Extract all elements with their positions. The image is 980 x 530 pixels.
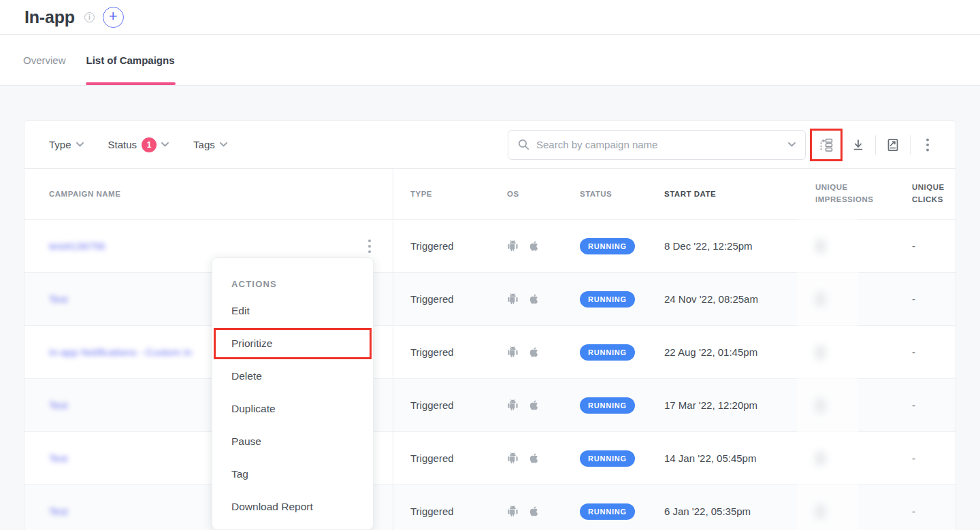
campaign-name-link[interactable]: In-app Notifications - Custom In [49, 346, 192, 358]
os-cell [490, 220, 565, 272]
impressions-redacted-value [815, 292, 826, 307]
unique-impressions-cell [796, 432, 885, 484]
start-date: 17 Mar '22, 12:20pm [653, 379, 796, 431]
status-filter-label: Status [108, 139, 137, 150]
start-date: 6 Jan '22, 05:35pm [653, 485, 796, 530]
impressions-redacted-value [815, 345, 826, 360]
tags-filter-label: Tags [193, 139, 215, 150]
status-badge: RUNNING [580, 238, 635, 254]
campaign-name-link[interactable]: Test [49, 293, 68, 305]
download-icon[interactable] [843, 129, 874, 161]
filter-group: Type Status 1 Tags [49, 137, 227, 152]
more-options-icon[interactable] [912, 129, 943, 161]
tab-list-of-campaigns[interactable]: List of Campaigns [86, 35, 175, 85]
status-cell: RUNNING [565, 485, 653, 530]
unique-impressions-cell [796, 273, 885, 325]
android-icon [507, 506, 519, 517]
os-cell [490, 326, 565, 378]
unique-clicks: - [885, 326, 956, 378]
unique-impressions-cell [796, 485, 885, 530]
status-filter-count-badge: 1 [142, 137, 157, 152]
campaign-name-link[interactable]: Test [49, 452, 68, 464]
start-date: 22 Aug '22, 01:45pm [653, 326, 796, 378]
priority-icon[interactable] [812, 131, 840, 159]
actions-menu-title: ACTIONS [212, 273, 373, 295]
column-os: OS [490, 169, 565, 219]
column-campaign-name: CAMPAIGN NAME [24, 169, 393, 219]
actions-menu-item-delete[interactable]: Delete [212, 360, 373, 393]
actions-menu-item-pause[interactable]: Pause [212, 425, 373, 458]
chevron-down-icon [76, 142, 84, 147]
table-row[interactable]: In-app Notifications - Custom In Trigger… [24, 325, 956, 378]
actions-menu: ACTIONS Edit Prioritize Delete Duplicate… [212, 257, 374, 530]
campaigns-card: Type Status 1 Tags [24, 121, 956, 530]
campaign-type: Triggered [393, 326, 490, 378]
apple-icon [528, 399, 540, 411]
unique-impressions-cell [796, 326, 885, 378]
campaign-type: Triggered [393, 485, 490, 530]
type-filter[interactable]: Type [49, 139, 84, 150]
campaign-type: Triggered [393, 432, 490, 484]
unique-clicks: - [885, 485, 956, 530]
unique-impressions-cell [796, 220, 885, 272]
status-badge: RUNNING [580, 450, 635, 467]
start-date: 14 Jan '22, 05:45pm [653, 432, 796, 484]
table-header: CAMPAIGN NAME TYPE OS STATUS START DATE … [24, 169, 956, 219]
actions-menu-item-download-report[interactable]: Download Report [212, 491, 373, 523]
search-input[interactable] [536, 139, 781, 150]
actions-menu-item-edit[interactable]: Edit [212, 295, 373, 327]
chevron-down-icon [161, 142, 169, 147]
create-campaign-button[interactable]: + [103, 7, 124, 28]
priority-highlight-box [810, 129, 843, 161]
column-type: TYPE [393, 169, 490, 219]
tags-filter[interactable]: Tags [193, 139, 227, 150]
impressions-redacted-value [815, 398, 826, 413]
report-icon[interactable] [877, 129, 909, 161]
status-cell: RUNNING [565, 432, 653, 484]
campaigns-page: In-app i + Overview List of Campaigns Ty… [0, 0, 980, 530]
page-header: In-app i + [0, 0, 980, 35]
table-row[interactable]: test4136756 Triggered RUNNING 8 Dec '22,… [24, 219, 956, 272]
unique-clicks: - [885, 273, 956, 325]
android-icon [507, 240, 519, 252]
actions-menu-item-prioritize[interactable]: Prioritize [212, 327, 373, 360]
status-filter[interactable]: Status 1 [108, 137, 169, 152]
actions-menu-item-tag[interactable]: Tag [212, 458, 373, 491]
android-icon [507, 293, 519, 305]
apple-icon [528, 240, 540, 252]
unique-clicks: - [885, 220, 956, 272]
campaign-name-link[interactable]: Test [49, 399, 68, 411]
row-actions-kebab-icon[interactable] [365, 237, 374, 256]
status-badge: RUNNING [580, 397, 635, 414]
type-filter-label: Type [49, 139, 71, 150]
search-icon [518, 139, 529, 150]
tab-overview[interactable]: Overview [23, 35, 66, 85]
table-row[interactable]: Test Triggered RUNNING 17 Mar '22, 12:20… [24, 378, 956, 431]
impressions-redacted-value [815, 451, 826, 466]
campaign-name-link[interactable]: test4136756 [49, 240, 105, 252]
status-cell: RUNNING [565, 326, 653, 378]
campaign-name-link[interactable]: Test [49, 506, 68, 517]
campaign-type: Triggered [393, 220, 490, 272]
campaign-type: Triggered [393, 273, 490, 325]
apple-icon [528, 452, 540, 464]
unique-clicks: - [885, 432, 956, 484]
status-badge: RUNNING [580, 344, 635, 361]
table-row[interactable]: Test Triggered RUNNING 14 Jan '22, 05:45… [24, 431, 956, 484]
apple-icon [528, 293, 540, 305]
apple-icon [528, 506, 540, 517]
table-row[interactable]: Test Triggered RUNNING 24 Nov '22, 08:25… [24, 272, 956, 325]
actions-menu-item-duplicate[interactable]: Duplicate [212, 393, 373, 425]
unique-clicks: - [885, 379, 956, 431]
table-row[interactable]: Test Triggered RUNNING 6 Jan '22, 05:35p… [24, 484, 956, 530]
os-cell [490, 273, 565, 325]
column-unique-impressions: UNIQUE IMPRESSIONS [796, 169, 885, 219]
info-icon[interactable]: i [84, 12, 95, 22]
toolbar-divider [910, 135, 911, 154]
filter-bar: Type Status 1 Tags [24, 121, 956, 169]
toolbar [508, 129, 943, 161]
start-date: 24 Nov '22, 08:25am [653, 273, 796, 325]
search-box[interactable] [508, 130, 806, 160]
status-badge: RUNNING [580, 291, 635, 308]
actions-menu-list: Edit Prioritize Delete Duplicate Pause T… [212, 295, 373, 523]
